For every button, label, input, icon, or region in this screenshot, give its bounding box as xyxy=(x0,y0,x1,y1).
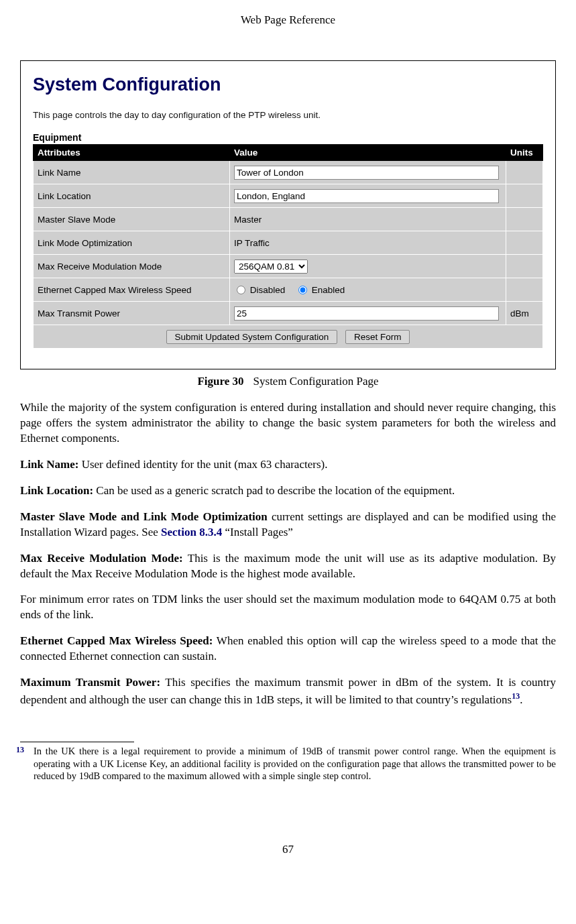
figure-caption: Figure 30System Configuration Page xyxy=(20,375,556,388)
max-rx-mod-select[interactable]: 256QAM 0.81 xyxy=(234,259,308,274)
section-xref[interactable]: Section 8.3.4 xyxy=(161,526,222,538)
value-link-mode-opt: IP Traffic xyxy=(230,231,506,255)
footnote-rule xyxy=(20,742,134,742)
link-location-input[interactable] xyxy=(234,189,499,203)
submit-button[interactable]: Submit Updated System Configuration xyxy=(166,330,338,344)
eth-enabled-label: Enabled xyxy=(312,285,345,295)
reset-button[interactable]: Reset Form xyxy=(345,330,410,344)
table-row: Master Slave Mode Master xyxy=(34,208,543,231)
unit-master-slave xyxy=(506,208,543,231)
page-number: 67 xyxy=(20,843,556,856)
maxtx-text2: . xyxy=(520,693,522,706)
link-name-paragraph: Link Name: User defined identity for the… xyxy=(20,457,556,473)
link-name-text: User defined identity for the unit (max … xyxy=(78,458,327,471)
config-description: This page controls the day to day config… xyxy=(33,110,543,120)
mslm-term: Master Slave Mode and Link Mode Optimiza… xyxy=(20,510,268,523)
attr-link-mode-opt: Link Mode Optimization xyxy=(34,231,230,255)
unit-link-mode-opt xyxy=(506,231,543,255)
value-master-slave: Master xyxy=(230,208,506,231)
equipment-label: Equipment xyxy=(33,132,543,143)
link-location-text: Can be used as a generic scratch pad to … xyxy=(93,484,455,497)
footnote: 13 In the UK there is a legal requiremen… xyxy=(20,745,556,783)
max-rx-term: Max Receive Modulation Mode: xyxy=(20,552,183,565)
figure-frame: System Configuration This page controls … xyxy=(20,60,556,369)
eth-term: Ethernet Capped Max Wireless Speed: xyxy=(20,634,213,647)
config-table: Attributes Value Units Link Name Link Lo… xyxy=(33,144,543,349)
table-row: Max Receive Modulation Mode 256QAM 0.81 xyxy=(34,255,543,278)
eth-disabled-option[interactable]: Disabled xyxy=(234,285,288,295)
link-location-term: Link Location: xyxy=(20,484,93,497)
config-title: System Configuration xyxy=(33,74,543,95)
unit-eth-capped xyxy=(506,278,543,302)
intro-paragraph: While the majority of the system configu… xyxy=(20,400,556,447)
unit-link-location xyxy=(506,184,543,208)
figure-caption-text: System Configuration Page xyxy=(253,375,379,388)
eth-enabled-option[interactable]: Enabled xyxy=(296,285,345,295)
link-name-input[interactable] xyxy=(234,166,499,180)
attr-master-slave: Master Slave Mode xyxy=(34,208,230,231)
mslm-paragraph: Master Slave Mode and Link Mode Optimiza… xyxy=(20,510,556,540)
attr-eth-capped: Ethernet Capped Max Wireless Speed xyxy=(34,278,230,302)
footnote-text: In the UK there is a legal requirement t… xyxy=(34,746,556,782)
maxtx-term: Maximum Transmit Power: xyxy=(20,676,160,689)
footnote-ref[interactable]: 13 xyxy=(512,691,520,701)
eth-paragraph: Ethernet Capped Max Wireless Speed: When… xyxy=(20,634,556,665)
footnote-mark: 13 xyxy=(16,745,24,756)
eth-disabled-radio[interactable] xyxy=(237,286,245,294)
attr-link-name: Link Name xyxy=(34,161,230,184)
button-row: Submit Updated System Configuration Rese… xyxy=(34,325,543,349)
table-row: Ethernet Capped Max Wireless Speed Disab… xyxy=(34,278,543,302)
table-row: Link Location xyxy=(34,184,543,208)
th-value: Value xyxy=(230,145,506,161)
table-row: Link Mode Optimization IP Traffic xyxy=(34,231,543,255)
tdm-paragraph: For minimum error rates on TDM links the… xyxy=(20,592,556,623)
unit-max-tx-power: dBm xyxy=(506,302,543,325)
unit-link-name xyxy=(506,161,543,184)
table-row: Max Transmit Power dBm xyxy=(34,302,543,325)
link-name-term: Link Name: xyxy=(20,458,78,471)
page-header: Web Page Reference xyxy=(20,13,556,27)
eth-enabled-radio[interactable] xyxy=(298,286,307,294)
link-location-paragraph: Link Location: Can be used as a generic … xyxy=(20,483,556,499)
max-tx-power-input[interactable] xyxy=(234,306,499,321)
maxtx-paragraph: Maximum Transmit Power: This specifies t… xyxy=(20,675,556,708)
eth-disabled-label: Disabled xyxy=(250,285,286,295)
attr-max-tx-power: Max Transmit Power xyxy=(34,302,230,325)
th-attributes: Attributes xyxy=(34,145,230,161)
attr-link-location: Link Location xyxy=(34,184,230,208)
table-row: Link Name xyxy=(34,161,543,184)
figure-label: Figure 30 xyxy=(197,375,243,388)
mslm-text2: “Install Pages” xyxy=(222,526,293,538)
attr-max-rx-mod: Max Receive Modulation Mode xyxy=(34,255,230,278)
th-units: Units xyxy=(506,145,543,161)
max-rx-paragraph: Max Receive Modulation Mode: This is the… xyxy=(20,551,556,582)
unit-max-rx-mod xyxy=(506,255,543,278)
